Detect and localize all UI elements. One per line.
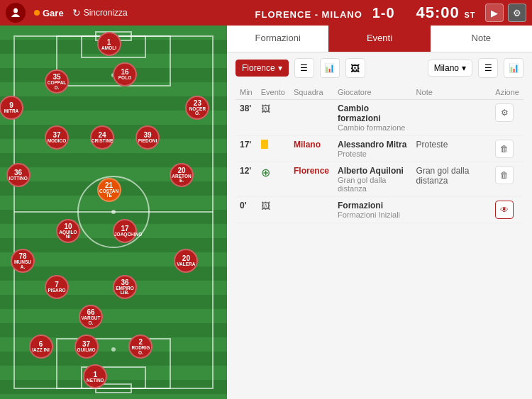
action-gear-button[interactable]: ⚙ [495, 103, 514, 122]
header-left: Gare ↻ Sincronizza [6, 3, 245, 23]
tab-eventi[interactable]: Eventi [328, 26, 430, 52]
header-right: ▶ ⚙ [485, 4, 526, 22]
event-team [289, 100, 333, 136]
player-9[interactable]: 9MITRA [0, 96, 23, 120]
player-66[interactable]: 66VARGUT O. [79, 305, 103, 329]
sync-icon: ↻ [72, 7, 81, 18]
filter-chart-icon2[interactable]: 📊 [504, 58, 523, 78]
event-details: Formazioni Formazioni Iniziali [333, 197, 412, 223]
event-icon-cell: 🖼 [257, 100, 289, 136]
event-details: Alberto Aquiloni Gran gol dalla distanza [333, 162, 412, 197]
filter-chart-icon[interactable]: 📊 [320, 58, 340, 78]
event-row-3: 0' 🖼 Formazioni Formazioni Iniziali 👁 [235, 197, 523, 223]
tab-formazioni[interactable]: Formazioni [227, 26, 328, 52]
sync-label: Sincronizza [84, 8, 128, 18]
event-note [412, 197, 492, 223]
player-1[interactable]: 1AMOLI [97, 32, 121, 56]
event-action[interactable]: 👁 [491, 197, 523, 223]
col-squadra: Squadra [289, 85, 333, 100]
player-24[interactable]: 24CRISTINE [90, 125, 114, 150]
soccer-field: 1AMOLI35COPPAL D.16POLO9MITRA23NOCER O.3… [0, 26, 227, 399]
event-team [289, 197, 333, 223]
event-min: 0' [235, 197, 257, 223]
tab-note[interactable]: Note [431, 26, 532, 52]
svg-point-0 [13, 9, 18, 13]
filter-milano[interactable]: Milano ▾ [428, 60, 472, 77]
match-info: FLORENCE - MILANO 1-0 45:00 ST [245, 4, 485, 22]
player-20[interactable]: 20ARETON E. [170, 163, 194, 187]
filter-row: Florence ▾ ☰ 📊 🖼 Milano ▾ ☰ 📊 [235, 58, 523, 78]
col-giocatore: Giocatore [333, 85, 412, 100]
col-min: Min [235, 85, 257, 100]
event-min: 12' [235, 162, 257, 197]
filter-florence[interactable]: Florence ▾ [235, 60, 289, 77]
player-20[interactable]: 20VALERA [174, 249, 198, 273]
player-17[interactable]: 17JOAQCHINO [113, 219, 137, 243]
action-delete-button[interactable]: 🗑 [495, 166, 514, 184]
goal-icon: ⊕ [261, 167, 270, 179]
event-icon-cell: ⊕ [257, 162, 289, 197]
player-6[interactable]: 6IAZZ INI [29, 335, 53, 359]
gare-label: Gare [43, 8, 64, 18]
tabs-bar: Formazioni Eventi Note [227, 26, 532, 52]
filter-list-icon[interactable]: ☰ [294, 58, 314, 78]
play-button[interactable]: ▶ [485, 4, 504, 22]
event-min: 17' [235, 136, 257, 162]
player-39[interactable]: 39PIEDONI [135, 125, 160, 150]
col-evento: Evento [257, 85, 289, 100]
event-icon-cell: 🖼 [257, 197, 289, 223]
event-note: Gran gol dalla distanza [412, 162, 492, 197]
player-16[interactable]: 16POLO [113, 62, 137, 86]
image-icon: 🖼 [261, 103, 270, 114]
player-23[interactable]: 23NOCER O. [185, 96, 209, 120]
event-details: Cambio formazioni Cambio formazione [333, 100, 412, 136]
events-table: Min Evento Squadra Giocatore Note Azione… [235, 85, 523, 223]
event-row-0: 38' 🖼 Cambio formazioni Cambio formazion… [235, 100, 523, 136]
action-view-button[interactable]: 👁 [495, 201, 514, 219]
event-note: Proteste [412, 136, 492, 162]
player-37[interactable]: 37MODICO [45, 125, 69, 150]
action-delete-button[interactable]: 🗑 [495, 140, 514, 158]
event-details: Alessandro Mitra Proteste [333, 136, 412, 162]
player-35[interactable]: 35COPPAL D. [45, 69, 69, 94]
main-content: 1AMOLI35COPPAL D.16POLO9MITRA23NOCER O.3… [0, 26, 532, 399]
event-row-1: 17' Milano Alessandro Mitra Proteste Pro… [235, 136, 523, 162]
image-icon: 🖼 [261, 201, 270, 211]
filter-list-icon2[interactable]: ☰ [478, 58, 498, 78]
events-panel: Florence ▾ ☰ 📊 🖼 Milano ▾ ☰ 📊 Min [227, 52, 532, 399]
yellow-card-icon [261, 140, 268, 149]
match-period: ST [464, 11, 475, 19]
header: Gare ↻ Sincronizza FLORENCE - MILANO 1-0… [0, 0, 532, 26]
event-row-2: 12' ⊕ Florence Alberto Aquiloni Gran gol… [235, 162, 523, 197]
event-min: 38' [235, 100, 257, 136]
event-note [412, 100, 492, 136]
app-icon [6, 3, 26, 23]
player-36[interactable]: 36IOTTINO [6, 163, 31, 187]
player-7[interactable]: 7PISARO [45, 275, 69, 299]
right-panel: Formazioni Eventi Note Florence ▾ ☰ 📊 🖼 [227, 26, 532, 399]
event-action[interactable]: 🗑 [491, 136, 523, 162]
filter-image-icon[interactable]: 🖼 [345, 58, 365, 78]
event-icon-cell [257, 136, 289, 162]
event-team: Florence [289, 162, 333, 197]
col-note: Note [412, 85, 492, 100]
player-10[interactable]: 10AQUILO NI [56, 219, 80, 243]
event-action[interactable]: ⚙ [491, 100, 523, 136]
col-azione: Azione [491, 85, 523, 100]
gare-dot [34, 10, 40, 16]
sync-section[interactable]: ↻ Sincronizza [72, 7, 128, 18]
gare-section[interactable]: Gare [34, 8, 64, 18]
event-action[interactable]: 🗑 [491, 162, 523, 197]
match-time: 45:00 [416, 4, 459, 21]
event-team: Milano [289, 136, 333, 162]
settings-button[interactable]: ⚙ [508, 4, 526, 22]
match-name: FLORENCE - MILANO [255, 9, 362, 20]
player-36[interactable]: 36EMPIRO LIB. [113, 275, 137, 299]
match-score: 1-0 [372, 5, 395, 21]
player-2[interactable]: 2RODRIG O. [128, 335, 153, 359]
player-1[interactable]: 1NETINO [83, 364, 107, 388]
player-37[interactable]: 37GUILMO [74, 335, 99, 359]
player-21[interactable]: 21COSTAN TE [97, 178, 121, 202]
player-78[interactable]: 78MUNSU A. [11, 249, 35, 273]
